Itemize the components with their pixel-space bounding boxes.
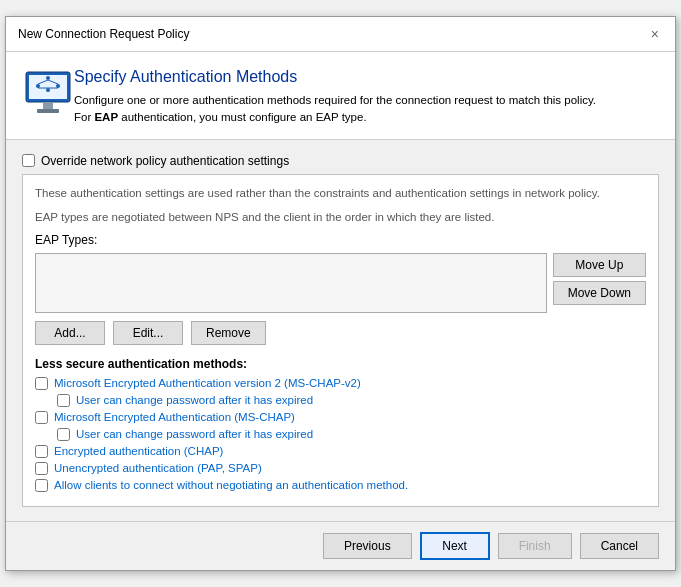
- action-buttons: Add... Edit... Remove: [35, 321, 646, 345]
- header-description: Configure one or more authentication met…: [74, 92, 614, 127]
- svg-point-3: [36, 84, 40, 88]
- eap-row: Move Up Move Down: [35, 253, 646, 313]
- desc-text-2: EAP types are negotiated between NPS and…: [35, 209, 646, 225]
- title-bar: New Connection Request Policy ×: [6, 17, 675, 52]
- svg-rect-10: [43, 102, 53, 109]
- header-section: Specify Authentication Methods Configure…: [6, 52, 675, 140]
- auth-method-ms-chap: Microsoft Encrypted Authentication (MS-C…: [35, 411, 646, 424]
- eap-label: EAP Types:: [35, 233, 646, 247]
- ms-chap-checkbox[interactable]: [35, 411, 48, 424]
- auth-method-pap: Unencrypted authentication (PAP, SPAP): [35, 462, 646, 475]
- previous-button[interactable]: Previous: [323, 533, 412, 559]
- ms-chap-v2-label[interactable]: Microsoft Encrypted Authentication versi…: [54, 377, 361, 389]
- ms-chap-v2-checkbox[interactable]: [35, 377, 48, 390]
- chap-label[interactable]: Encrypted authentication (CHAP): [54, 445, 223, 457]
- cancel-button[interactable]: Cancel: [580, 533, 659, 559]
- close-button[interactable]: ×: [647, 25, 663, 43]
- svg-point-4: [56, 84, 60, 88]
- add-button[interactable]: Add...: [35, 321, 105, 345]
- override-checkbox[interactable]: [22, 154, 35, 167]
- auth-settings-box: These authentication settings are used r…: [22, 174, 659, 507]
- finish-button[interactable]: Finish: [498, 533, 572, 559]
- dialog-title: New Connection Request Policy: [18, 27, 189, 41]
- ms-chap-v2-change-label[interactable]: User can change password after it has ex…: [76, 394, 313, 406]
- eap-move-buttons: Move Up Move Down: [553, 253, 646, 305]
- move-up-button[interactable]: Move Up: [553, 253, 646, 277]
- footer: Previous Next Finish Cancel: [6, 521, 675, 570]
- ms-chap-change-label[interactable]: User can change password after it has ex…: [76, 428, 313, 440]
- svg-rect-11: [37, 109, 59, 113]
- ms-chap-label[interactable]: Microsoft Encrypted Authentication (MS-C…: [54, 411, 295, 423]
- ms-chap-v2-change-checkbox[interactable]: [57, 394, 70, 407]
- main-content: Override network policy authentication s…: [6, 140, 675, 521]
- svg-point-2: [46, 76, 50, 80]
- pap-checkbox[interactable]: [35, 462, 48, 475]
- edit-button[interactable]: Edit...: [113, 321, 183, 345]
- desc-text-1: These authentication settings are used r…: [35, 185, 646, 201]
- auth-method-no-auth: Allow clients to connect without negotia…: [35, 479, 646, 492]
- no-auth-checkbox[interactable]: [35, 479, 48, 492]
- next-button[interactable]: Next: [420, 532, 490, 560]
- override-checkbox-label[interactable]: Override network policy authentication s…: [41, 154, 289, 168]
- dialog-window: New Connection Request Policy ×: [5, 16, 676, 571]
- less-secure-label: Less secure authentication methods:: [35, 357, 646, 371]
- pap-label[interactable]: Unencrypted authentication (PAP, SPAP): [54, 462, 262, 474]
- auth-method-ms-chap-v2: Microsoft Encrypted Authentication versi…: [35, 377, 646, 390]
- computer-icon: [22, 68, 74, 120]
- override-checkbox-row: Override network policy authentication s…: [22, 154, 659, 168]
- no-auth-label[interactable]: Allow clients to connect without negotia…: [54, 479, 408, 491]
- move-down-button[interactable]: Move Down: [553, 281, 646, 305]
- page-title: Specify Authentication Methods: [74, 68, 614, 86]
- ms-chap-change-checkbox[interactable]: [57, 428, 70, 441]
- header-text: Specify Authentication Methods Configure…: [74, 68, 614, 127]
- eap-listbox[interactable]: [35, 253, 547, 313]
- svg-point-7: [46, 88, 50, 92]
- auth-method-ms-chap-change: User can change password after it has ex…: [57, 428, 646, 441]
- chap-checkbox[interactable]: [35, 445, 48, 458]
- auth-method-ms-chap-v2-change: User can change password after it has ex…: [57, 394, 646, 407]
- auth-method-chap: Encrypted authentication (CHAP): [35, 445, 646, 458]
- remove-button[interactable]: Remove: [191, 321, 266, 345]
